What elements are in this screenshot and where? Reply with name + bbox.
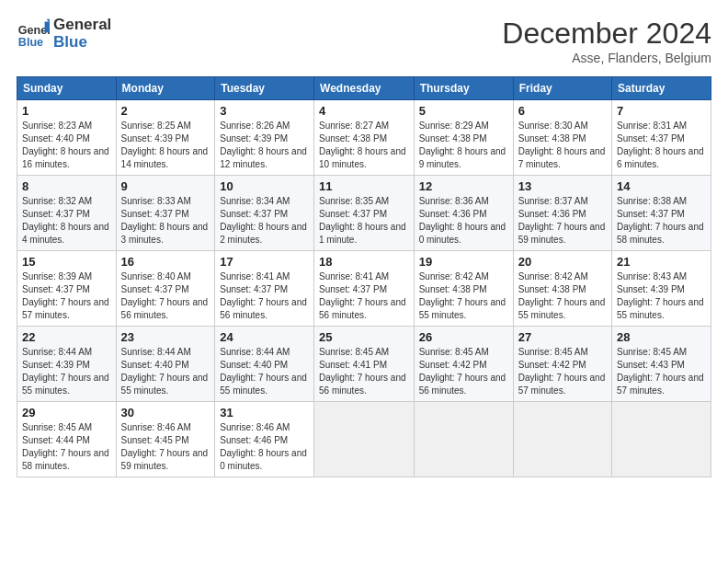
table-row: 14Sunrise: 8:38 AMSunset: 4:37 PMDayligh…: [612, 176, 711, 251]
day-info: Sunrise: 8:45 AMSunset: 4:42 PMDaylight:…: [518, 346, 607, 397]
day-number: 5: [419, 104, 508, 118]
day-info-line: Sunrise: 8:25 AM: [121, 121, 191, 131]
day-info-line: Daylight: 8 hours and 1 minute.: [319, 222, 406, 245]
table-row: 5Sunrise: 8:29 AMSunset: 4:38 PMDaylight…: [414, 100, 513, 176]
logo: General Blue General Blue: [17, 17, 111, 51]
day-info: Sunrise: 8:46 AMSunset: 4:45 PMDaylight:…: [121, 421, 210, 473]
day-info-line: Sunrise: 8:29 AM: [419, 121, 489, 131]
day-info-line: Sunset: 4:37 PM: [121, 209, 189, 219]
day-info-line: Daylight: 7 hours and 55 minutes.: [220, 373, 307, 396]
day-info-line: Sunrise: 8:44 AM: [22, 347, 92, 357]
day-info-line: Sunset: 4:37 PM: [617, 209, 685, 219]
table-row: 31Sunrise: 8:46 AMSunset: 4:46 PMDayligh…: [215, 402, 314, 477]
day-info-line: Sunrise: 8:46 AM: [220, 422, 290, 432]
day-number: 27: [518, 330, 607, 344]
table-row: 8Sunrise: 8:32 AMSunset: 4:37 PMDaylight…: [17, 176, 117, 251]
day-number: 10: [220, 179, 309, 193]
table-row: 16Sunrise: 8:40 AMSunset: 4:37 PMDayligh…: [116, 251, 215, 327]
day-number: 6: [518, 104, 607, 118]
calendar-table: Sunday Monday Tuesday Wednesday Thursday…: [17, 76, 711, 477]
svg-text:Blue: Blue: [18, 35, 43, 48]
day-info: Sunrise: 8:42 AMSunset: 4:38 PMDaylight:…: [518, 270, 607, 322]
col-sunday: Sunday: [17, 77, 117, 100]
day-info-line: Sunset: 4:37 PM: [22, 284, 90, 294]
day-info-line: Sunset: 4:39 PM: [121, 133, 189, 144]
day-info: Sunrise: 8:45 AMSunset: 4:41 PMDaylight:…: [319, 346, 409, 397]
day-info-line: Sunset: 4:38 PM: [419, 133, 487, 144]
title-block: December 2024 Asse, Flanders, Belgium: [502, 17, 711, 65]
day-info-line: Daylight: 7 hours and 58 minutes.: [22, 448, 109, 471]
day-info-line: Daylight: 8 hours and 6 minutes.: [617, 146, 704, 169]
table-row: 26Sunrise: 8:45 AMSunset: 4:42 PMDayligh…: [414, 327, 513, 402]
day-info-line: Sunrise: 8:43 AM: [617, 271, 687, 282]
day-info: Sunrise: 8:39 AMSunset: 4:37 PMDaylight:…: [22, 270, 111, 322]
day-info-line: Sunrise: 8:41 AM: [319, 271, 389, 282]
day-info-line: Sunrise: 8:23 AM: [22, 121, 92, 131]
day-info-line: Daylight: 7 hours and 59 minutes.: [121, 448, 209, 471]
col-saturday: Saturday: [612, 77, 711, 100]
table-row: 11Sunrise: 8:35 AMSunset: 4:37 PMDayligh…: [314, 176, 415, 251]
logo-text-general: General: [53, 17, 111, 34]
table-row: [414, 402, 513, 477]
day-number: 7: [617, 104, 706, 118]
day-info-line: Sunset: 4:38 PM: [319, 133, 387, 144]
table-row: 7Sunrise: 8:31 AMSunset: 4:37 PMDaylight…: [612, 100, 711, 176]
day-info-line: Sunset: 4:36 PM: [419, 209, 487, 219]
day-info: Sunrise: 8:44 AMSunset: 4:39 PMDaylight:…: [22, 346, 111, 397]
table-row: 23Sunrise: 8:44 AMSunset: 4:40 PMDayligh…: [116, 327, 215, 402]
table-row: 25Sunrise: 8:45 AMSunset: 4:41 PMDayligh…: [314, 327, 415, 402]
day-info: Sunrise: 8:31 AMSunset: 4:37 PMDaylight:…: [617, 120, 706, 171]
day-info-line: Sunrise: 8:40 AM: [121, 271, 191, 282]
table-row: [612, 402, 711, 477]
table-row: [314, 402, 415, 477]
table-row: 13Sunrise: 8:37 AMSunset: 4:36 PMDayligh…: [513, 176, 611, 251]
day-number: 1: [22, 104, 111, 118]
day-number: 4: [319, 104, 409, 118]
table-row: 30Sunrise: 8:46 AMSunset: 4:45 PMDayligh…: [116, 402, 215, 477]
day-number: 21: [617, 255, 706, 269]
day-number: 16: [121, 255, 210, 269]
day-number: 31: [220, 406, 309, 419]
table-row: 10Sunrise: 8:34 AMSunset: 4:37 PMDayligh…: [215, 176, 314, 251]
day-info-line: Sunrise: 8:38 AM: [617, 196, 687, 206]
day-info-line: Daylight: 7 hours and 55 minutes.: [419, 297, 506, 320]
day-info: Sunrise: 8:23 AMSunset: 4:40 PMDaylight:…: [22, 120, 111, 171]
month-title: December 2024: [502, 17, 711, 51]
day-info-line: Sunrise: 8:27 AM: [319, 121, 389, 131]
day-number: 12: [419, 179, 508, 193]
day-info: Sunrise: 8:26 AMSunset: 4:39 PMDaylight:…: [220, 120, 309, 171]
day-info: Sunrise: 8:32 AMSunset: 4:37 PMDaylight:…: [22, 195, 111, 247]
day-info-line: Daylight: 7 hours and 56 minutes.: [319, 297, 406, 320]
col-friday: Friday: [513, 77, 611, 100]
day-info-line: Sunrise: 8:35 AM: [319, 196, 389, 206]
day-info-line: Daylight: 8 hours and 0 minutes.: [220, 448, 307, 471]
day-info-line: Sunrise: 8:37 AM: [518, 196, 588, 206]
day-info-line: Sunrise: 8:41 AM: [220, 271, 290, 282]
day-number: 17: [220, 255, 309, 269]
table-row: 19Sunrise: 8:42 AMSunset: 4:38 PMDayligh…: [414, 251, 513, 327]
col-wednesday: Wednesday: [314, 77, 415, 100]
logo-icon: General Blue: [17, 17, 50, 51]
day-info-line: Daylight: 7 hours and 55 minutes.: [121, 373, 209, 396]
day-info: Sunrise: 8:36 AMSunset: 4:36 PMDaylight:…: [419, 195, 508, 247]
table-row: 17Sunrise: 8:41 AMSunset: 4:37 PMDayligh…: [215, 251, 314, 327]
day-info: Sunrise: 8:37 AMSunset: 4:36 PMDaylight:…: [518, 195, 607, 247]
day-info-line: Daylight: 8 hours and 9 minutes.: [419, 146, 506, 169]
day-info-line: Daylight: 8 hours and 7 minutes.: [518, 146, 606, 169]
day-info: Sunrise: 8:29 AMSunset: 4:38 PMDaylight:…: [419, 120, 508, 171]
day-info-line: Sunrise: 8:42 AM: [518, 271, 588, 282]
day-info-line: Sunset: 4:37 PM: [617, 133, 685, 144]
day-info-line: Sunrise: 8:46 AM: [121, 422, 191, 432]
day-info-line: Sunset: 4:37 PM: [319, 209, 387, 219]
day-info-line: Sunset: 4:37 PM: [319, 284, 387, 294]
day-number: 18: [319, 255, 409, 269]
day-info-line: Sunset: 4:37 PM: [22, 209, 90, 219]
day-info: Sunrise: 8:42 AMSunset: 4:38 PMDaylight:…: [419, 270, 508, 322]
day-info-line: Sunset: 4:36 PM: [518, 209, 586, 219]
day-info-line: Daylight: 7 hours and 55 minutes.: [518, 297, 606, 320]
day-info: Sunrise: 8:30 AMSunset: 4:38 PMDaylight:…: [518, 120, 607, 171]
day-info-line: Sunset: 4:39 PM: [22, 360, 90, 370]
day-info-line: Daylight: 7 hours and 56 minutes.: [319, 373, 406, 396]
day-info-line: Daylight: 8 hours and 10 minutes.: [319, 146, 406, 169]
calendar-row: 8Sunrise: 8:32 AMSunset: 4:37 PMDaylight…: [17, 176, 711, 251]
